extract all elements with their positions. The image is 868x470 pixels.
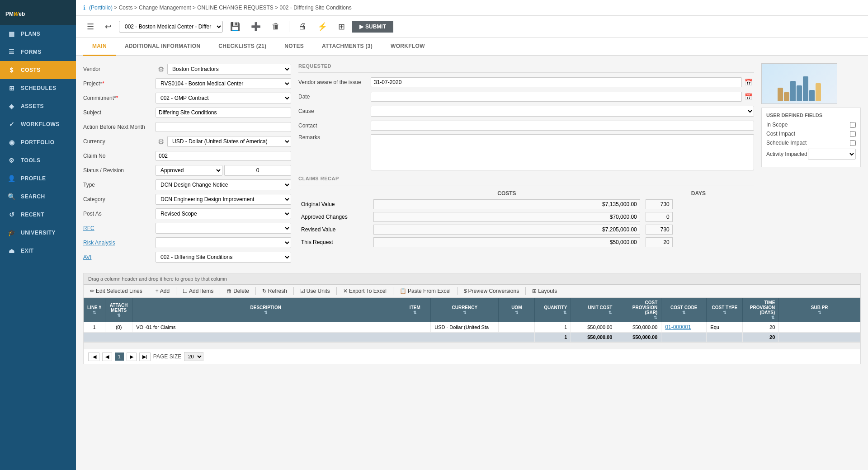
- claim-no-input[interactable]: 002: [156, 151, 291, 161]
- lightning-button[interactable]: ⚡: [314, 20, 331, 33]
- add-items-button[interactable]: ☐ Add Items: [180, 287, 216, 296]
- sidebar-item-forms[interactable]: ☰ FORMS: [0, 43, 76, 61]
- cost-impact-checkbox[interactable]: [850, 131, 856, 137]
- in-scope-checkbox[interactable]: [850, 122, 856, 128]
- tab-attachments[interactable]: ATTACHMENTS (3): [313, 38, 382, 56]
- sidebar-item-university[interactable]: 🎓 UNIVERSITY: [0, 224, 76, 242]
- type-select[interactable]: DCN Design Change Notice: [156, 179, 291, 190]
- currency-settings-icon[interactable]: ⚙: [156, 136, 166, 147]
- schedule-impact-checkbox[interactable]: [850, 140, 856, 146]
- original-value-costs[interactable]: $7,135,000.00: [373, 199, 640, 209]
- page-size-select[interactable]: 20: [184, 352, 203, 361]
- vendor-aware-input[interactable]: 31-07-2020: [371, 77, 742, 87]
- sidebar-item-workflows[interactable]: ✓ WORKFLOWS: [0, 115, 76, 133]
- tab-additional[interactable]: ADDITIONAL INFORMATION: [116, 38, 209, 56]
- risk-analysis-link[interactable]: Risk Analysis: [83, 240, 156, 246]
- prev-page-button[interactable]: ◀: [102, 352, 112, 361]
- sidebar-item-exit[interactable]: ⏏ EXIT: [0, 242, 76, 260]
- revision-input[interactable]: 0: [224, 165, 291, 176]
- tab-notes[interactable]: NOTES: [275, 38, 313, 56]
- table-row: 1 (0) VO -01 for Claims USD - Dollar (Un…: [84, 322, 860, 333]
- current-page-button[interactable]: 1: [115, 352, 124, 361]
- status-select[interactable]: Approved: [156, 165, 222, 176]
- delete-label: Delete: [233, 288, 249, 294]
- vendor-select[interactable]: Boston Contractors: [167, 64, 291, 75]
- currency-label: Currency: [83, 138, 156, 145]
- this-request-costs[interactable]: $50,000.00: [373, 237, 640, 247]
- sidebar-item-costs[interactable]: $ COSTS: [0, 61, 76, 79]
- revised-value-days[interactable]: 730: [646, 225, 673, 235]
- totals-time-provision: 20: [743, 333, 779, 342]
- export-excel-button[interactable]: ✕ Export To Excel: [340, 287, 389, 296]
- action-input[interactable]: [156, 122, 291, 132]
- cost-code-link[interactable]: 01-000001: [665, 324, 691, 330]
- grid-button[interactable]: ⊞: [335, 20, 349, 33]
- avi-link[interactable]: AVI: [83, 254, 156, 260]
- status-row: Status / Revision Approved 0: [83, 164, 291, 176]
- currency-select[interactable]: USD - Dollar (United States of America): [167, 136, 291, 147]
- approved-changes-days[interactable]: 0: [646, 212, 673, 222]
- this-request-days[interactable]: 20: [646, 237, 673, 247]
- commitment-select[interactable]: 002 - GMP Contract: [156, 93, 291, 103]
- undo-button[interactable]: ↩: [101, 20, 115, 33]
- tab-workflow[interactable]: WORKFLOW: [382, 38, 434, 56]
- revised-value-costs[interactable]: $7,205,000.00: [373, 225, 640, 235]
- original-value-days[interactable]: 730: [646, 199, 673, 209]
- forms-icon: ☰: [7, 48, 16, 56]
- preview-conversions-button[interactable]: $ Preview Conversions: [461, 287, 522, 296]
- post-as-select[interactable]: Revised Scope: [156, 208, 291, 219]
- record-dropdown[interactable]: 002 - Boston Medical Center - Differ: [119, 21, 223, 33]
- date-calendar-icon[interactable]: 📅: [743, 92, 754, 101]
- print-button[interactable]: 🖨: [295, 20, 310, 33]
- hamburger-button[interactable]: ☰: [83, 20, 98, 33]
- chart-thumbnail: [761, 63, 837, 104]
- sidebar-item-profile[interactable]: 👤 PROFILE: [0, 169, 76, 188]
- refresh-button[interactable]: ↻ Refresh: [259, 287, 290, 296]
- tab-checklists[interactable]: CHECKLISTS (21): [209, 38, 275, 56]
- category-select[interactable]: DCN Engineering Design Improvement: [156, 194, 291, 205]
- use-units-button[interactable]: ☑ Use Units: [297, 287, 333, 296]
- sidebar-item-plans[interactable]: ▦ PLANS: [0, 25, 76, 43]
- this-request-row: This Request $50,000.00 20: [298, 236, 754, 249]
- sidebar-item-schedules[interactable]: ⊞ SCHEDULES: [0, 79, 76, 97]
- save-button[interactable]: 💾: [226, 20, 244, 33]
- vendor-settings-icon[interactable]: ⚙: [156, 64, 166, 75]
- plans-icon: ▦: [7, 30, 16, 38]
- risk-analysis-select[interactable]: [156, 237, 291, 248]
- sidebar-item-assets[interactable]: ◈ ASSETS: [0, 97, 76, 115]
- portfolio-link[interactable]: (Portfolio): [89, 5, 113, 11]
- tools-icon: ⚙: [7, 157, 16, 164]
- tab-main[interactable]: MAIN: [83, 38, 116, 56]
- add-button[interactable]: + Add: [153, 287, 172, 296]
- row-1-cost-code[interactable]: 01-000001: [661, 322, 707, 333]
- project-select[interactable]: RVS0104 - Boston Medical Center: [156, 78, 291, 89]
- approved-changes-costs[interactable]: $70,000.00: [373, 212, 640, 222]
- contact-input[interactable]: [371, 121, 754, 131]
- remarks-textarea[interactable]: [371, 134, 754, 170]
- last-page-button[interactable]: ▶|: [139, 352, 151, 361]
- edit-selected-lines-button[interactable]: ✏ Edit Selected Lines: [87, 287, 145, 296]
- rfc-select[interactable]: [156, 223, 291, 234]
- cause-select[interactable]: [371, 106, 754, 117]
- vendor-aware-calendar-icon[interactable]: 📅: [743, 78, 754, 87]
- delete-button[interactable]: 🗑 Delete: [224, 287, 252, 296]
- sidebar-item-recent[interactable]: ↺ RECENT: [0, 206, 76, 224]
- rfc-link[interactable]: RFC: [83, 225, 156, 231]
- sidebar-item-search[interactable]: 🔍 SEARCH: [0, 188, 76, 206]
- next-page-button[interactable]: ▶: [127, 352, 137, 361]
- horizontal-scrollbar[interactable]: [84, 342, 860, 349]
- paste-excel-button[interactable]: 📋 Paste From Excel: [397, 287, 453, 296]
- sidebar-item-tools[interactable]: ⚙ TOOLS: [0, 151, 76, 169]
- submit-button[interactable]: ▶ SUBMIT: [352, 21, 393, 33]
- add-button[interactable]: ➕: [247, 20, 264, 33]
- first-page-button[interactable]: |◀: [88, 352, 99, 361]
- layouts-button[interactable]: ⊞ Layouts: [529, 287, 560, 296]
- delete-button[interactable]: 🗑: [268, 20, 283, 33]
- avi-select[interactable]: 002 - Differing Site Conditions: [156, 252, 291, 263]
- date-input[interactable]: [371, 92, 742, 102]
- risk-analysis-row: Risk Analysis: [83, 237, 291, 249]
- row-1-description[interactable]: VO -01 for Claims: [132, 322, 399, 333]
- subject-input[interactable]: Differing Site Conditions: [156, 108, 291, 118]
- sidebar-item-portfolio[interactable]: ◉ PORTFOLIO: [0, 133, 76, 151]
- activity-impacted-select[interactable]: [808, 149, 856, 160]
